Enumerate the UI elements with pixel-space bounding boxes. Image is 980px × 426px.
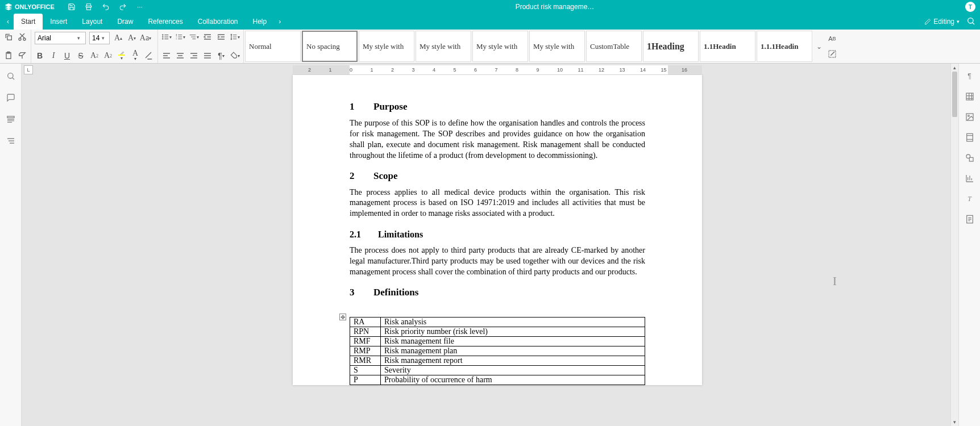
style-my-style-with[interactable]: My style with	[472, 31, 528, 62]
tabs-scroll-right-icon[interactable]: ›	[274, 14, 285, 30]
table-row[interactable]: PProbability of occurrence of harm	[350, 375, 645, 385]
svg-point-1	[968, 18, 973, 23]
heading: 1Purpose	[350, 101, 645, 112]
format-painter-icon[interactable]	[17, 51, 27, 61]
scroll-thumb[interactable]	[952, 72, 957, 117]
select-all-icon[interactable]	[827, 49, 837, 59]
table-row[interactable]: RMFRisk management file	[350, 336, 645, 346]
style-my-style-with[interactable]: My style with	[359, 31, 414, 62]
scroll-up-icon[interactable]: ▴	[951, 64, 958, 72]
table-move-handle[interactable]: ✥	[339, 314, 346, 320]
pencil-icon	[924, 18, 931, 25]
styles-expand-icon[interactable]: ⌄	[813, 30, 825, 63]
heading: 2Scope	[350, 170, 645, 182]
copy-icon[interactable]	[3, 32, 14, 42]
tab-selector[interactable]: L	[24, 65, 33, 74]
definitions-table[interactable]: RARisk analysisRPNRisk priority number (…	[350, 317, 645, 385]
print-icon[interactable]	[84, 2, 93, 11]
shape-settings-icon[interactable]	[964, 152, 975, 164]
app-name: ONLYOFFICE	[15, 3, 55, 10]
style-1heading[interactable]: 1Heading	[643, 31, 699, 62]
style-1-1-1headin[interactable]: 1.1.1Headin	[757, 31, 812, 62]
find-icon[interactable]	[5, 70, 16, 82]
vertical-scrollbar[interactable]: ▴ ▾	[950, 64, 958, 426]
table-row[interactable]: SSeverity	[350, 365, 645, 375]
tab-insert[interactable]: Insert	[43, 14, 74, 30]
grow-font-icon[interactable]: A▴	[113, 33, 123, 43]
style-normal[interactable]: Normal	[245, 31, 301, 62]
multilevel-list-icon[interactable]: ▾	[189, 32, 199, 42]
table-settings-icon[interactable]	[964, 91, 975, 102]
horizontal-ruler[interactable]: 2101234567891011121314151617	[293, 65, 702, 74]
increase-indent-icon[interactable]	[216, 32, 226, 42]
align-justify-icon[interactable]	[202, 51, 213, 61]
menubar: ‹ StartInsertLayoutDrawReferencesCollabo…	[0, 14, 980, 30]
align-left-icon[interactable]	[161, 51, 172, 61]
highlight-icon[interactable]: ▾	[117, 51, 127, 61]
superscript-icon[interactable]: A2	[89, 51, 99, 61]
paragraph-settings-icon[interactable]: ¶	[964, 70, 975, 82]
italic-icon[interactable]: I	[48, 51, 59, 61]
avatar[interactable]: T	[965, 2, 975, 12]
document-page[interactable]: 1PurposeThe purpose of this SOP is to de…	[293, 75, 702, 385]
style-no-spacing[interactable]: No spacing	[302, 31, 358, 62]
line-spacing-icon[interactable]: ▾	[230, 32, 240, 42]
outline-icon[interactable]	[5, 135, 16, 147]
tab-references[interactable]: References	[140, 14, 190, 30]
tab-draw[interactable]: Draw	[110, 14, 140, 30]
clear-format-icon[interactable]	[144, 51, 154, 61]
shading-icon[interactable]: ▾	[230, 51, 240, 61]
table-row[interactable]: RMPRisk management plan	[350, 346, 645, 356]
numbered-list-icon[interactable]: ▾	[175, 32, 185, 42]
align-center-icon[interactable]	[175, 51, 185, 61]
align-right-icon[interactable]	[189, 51, 199, 61]
paste-icon[interactable]	[3, 51, 14, 61]
left-sidebar	[0, 64, 22, 426]
change-case-icon[interactable]: Aa▾	[140, 33, 151, 43]
save-icon[interactable]	[67, 2, 76, 11]
bullet-list-icon[interactable]: ▾	[161, 32, 172, 42]
svg-point-8	[163, 36, 163, 37]
comments-icon[interactable]	[5, 92, 16, 103]
style-1-1headin[interactable]: 1.1Headin	[700, 31, 755, 62]
replace-icon[interactable]: AB	[827, 34, 837, 44]
paragraph-marks-icon[interactable]: ¶▾	[216, 51, 226, 61]
tabs-scroll-left-icon[interactable]: ‹	[2, 14, 14, 30]
undo-icon[interactable]	[101, 2, 110, 11]
svg-point-3	[19, 38, 21, 40]
decrease-indent-icon[interactable]	[202, 32, 213, 42]
table-row[interactable]: RARisk analysis	[350, 317, 645, 327]
header-footer-icon[interactable]	[964, 132, 975, 143]
style-customtable[interactable]: CustomTable	[586, 31, 642, 62]
editing-mode-dropdown[interactable]: Editing ▾	[924, 18, 960, 26]
right-sidebar: ¶ T	[958, 64, 980, 426]
subscript-icon[interactable]: A2	[103, 51, 113, 61]
tab-layout[interactable]: Layout	[74, 14, 110, 30]
search-icon[interactable]	[966, 16, 975, 27]
strikethrough-icon[interactable]: S	[76, 51, 86, 61]
form-settings-icon[interactable]	[964, 214, 975, 225]
table-row[interactable]: RMRRisk management report	[350, 356, 645, 365]
scroll-down-icon[interactable]: ▾	[951, 418, 958, 426]
bold-icon[interactable]: B	[35, 51, 45, 61]
chart-settings-icon[interactable]	[964, 173, 975, 184]
tab-help[interactable]: Help	[246, 14, 275, 30]
cut-icon[interactable]	[17, 32, 27, 42]
styles-gallery: NormalNo spacingMy style withMy style wi…	[244, 30, 813, 63]
font-name-combo[interactable]: Arial▾	[35, 32, 86, 44]
heading: 3Definitions	[350, 287, 645, 298]
textart-settings-icon[interactable]: T	[964, 193, 975, 204]
redo-icon[interactable]	[118, 2, 127, 11]
underline-icon[interactable]: U	[62, 51, 72, 61]
table-row[interactable]: RPNRisk priority number (risk level)	[350, 327, 645, 336]
style-my-style-with[interactable]: My style with	[416, 31, 471, 62]
headings-icon[interactable]	[5, 114, 16, 125]
style-my-style-with[interactable]: My style with	[529, 31, 585, 62]
image-settings-icon[interactable]	[964, 111, 975, 123]
font-color-icon[interactable]: A▾	[130, 51, 140, 61]
shrink-font-icon[interactable]: A▾	[127, 33, 137, 43]
more-icon[interactable]: ···	[135, 2, 144, 11]
tab-collaboration[interactable]: Collaboration	[190, 14, 246, 30]
font-size-combo[interactable]: 14▾	[89, 32, 110, 44]
tab-start[interactable]: Start	[14, 14, 43, 30]
